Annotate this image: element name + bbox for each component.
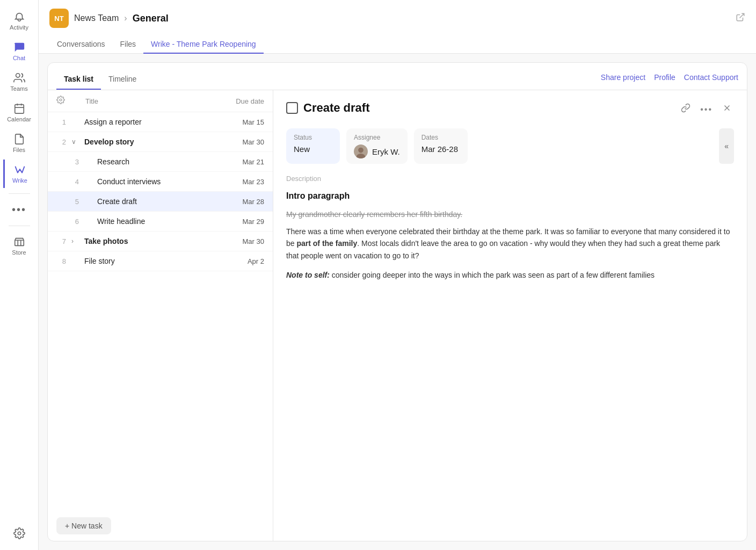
calendar-icon <box>13 103 25 114</box>
link-button[interactable] <box>679 101 693 118</box>
task-detail-panel: Create draft ••• <box>273 90 747 541</box>
status-value: New <box>294 144 332 154</box>
task-settings-icon[interactable] <box>56 96 65 106</box>
col-title-header: Title <box>69 97 217 105</box>
wrike-header: Task list Timeline Share project Profile… <box>48 63 747 90</box>
sidebar-item-settings[interactable] <box>3 523 35 544</box>
assignee-row: Eryk W. <box>354 144 400 158</box>
contact-support-link[interactable]: Contact Support <box>684 73 738 82</box>
svg-line-8 <box>740 13 744 18</box>
tab-conversations[interactable]: Conversations <box>49 35 113 54</box>
profile-link[interactable]: Profile <box>654 73 675 82</box>
svg-rect-1 <box>14 105 24 114</box>
task-list-header: Title Due date <box>48 90 273 112</box>
share-project-link[interactable]: Share project <box>601 73 645 82</box>
sidebar-bottom <box>3 523 35 544</box>
split-content: Title Due date 1 Assign a reporter Mar 1… <box>48 90 747 541</box>
svg-point-9 <box>60 99 62 101</box>
svg-point-0 <box>16 74 19 77</box>
table-row[interactable]: 2 ∨ Develop story Mar 30 <box>48 132 273 152</box>
chat-label: Chat <box>13 55 25 61</box>
svg-point-13 <box>358 148 364 153</box>
close-icon <box>722 103 732 113</box>
sidebar-item-chat[interactable]: Chat <box>3 37 35 66</box>
breadcrumb-chevron: › <box>124 13 127 23</box>
content-area: Task list Timeline Share project Profile… <box>39 54 756 550</box>
task-detail-header: Create draft ••• <box>286 101 734 118</box>
col-date-header: Due date <box>221 97 264 105</box>
calendar-label: Calendar <box>7 116 31 122</box>
sidebar-item-files[interactable]: Files <box>3 129 35 157</box>
wrike-panel: Task list Timeline Share project Profile… <box>47 62 747 541</box>
collapse-panel-button[interactable]: « <box>719 128 734 164</box>
description-heading: Intro paragraph <box>286 189 734 203</box>
assignee-name: Eryk W. <box>372 147 400 156</box>
main-content: NT News Team › General Conversations Fil… <box>39 0 756 550</box>
sidebar-divider-2 <box>9 226 30 226</box>
store-label: Store <box>12 249 26 256</box>
assignee-field[interactable]: Assignee Eryk W. <box>346 128 408 164</box>
dates-field[interactable]: Dates Mar 26-28 <box>414 128 468 164</box>
sidebar: Activity Chat Teams Calendar Files Wrike… <box>0 0 39 550</box>
team-avatar: NT <box>49 9 69 28</box>
wrike-tab-tasklist[interactable]: Task list <box>56 70 101 90</box>
team-name: News Team <box>74 13 119 23</box>
wrike-actions: Share project Profile Contact Support <box>601 73 738 87</box>
wrike-tab-timeline[interactable]: Timeline <box>101 70 144 90</box>
task-meta-fields: Status New Assignee <box>286 128 734 164</box>
sidebar-item-store[interactable]: Store <box>3 231 35 260</box>
description-paragraph-2: Note to self: consider going deeper into… <box>286 269 734 281</box>
chat-icon <box>13 41 25 53</box>
gear-icon <box>13 527 25 539</box>
description-content: Intro paragraph My grandmother clearly r… <box>286 189 734 289</box>
bold-text: part of the family <box>296 239 357 248</box>
task-list: Title Due date 1 Assign a reporter Mar 1… <box>48 90 273 541</box>
table-row[interactable]: 3 Research Mar 21 <box>48 152 273 172</box>
files-icon <box>13 133 25 145</box>
svg-point-7 <box>18 532 21 535</box>
wrike-tabs: Task list Timeline <box>56 70 144 90</box>
dates-label: Dates <box>421 134 460 141</box>
sidebar-item-teams[interactable]: Teams <box>3 68 35 96</box>
new-task-button[interactable]: + New task <box>56 517 111 534</box>
avatar <box>354 144 368 158</box>
dates-value: Mar 26-28 <box>421 144 460 154</box>
task-detail-actions: ••• <box>679 101 734 118</box>
tab-wrike[interactable]: Wrike - Theme Park Reopening <box>143 35 264 54</box>
more-options-button[interactable]: ••• <box>698 102 715 117</box>
ellipsis-icon: ••• <box>700 105 713 114</box>
status-field[interactable]: Status New <box>286 128 340 164</box>
table-row[interactable]: 6 Write headline Mar 29 <box>48 212 273 231</box>
sidebar-item-calendar[interactable]: Calendar <box>3 98 35 127</box>
description-paragraph-1: There was a time when everyone celebrate… <box>286 226 734 262</box>
sidebar-item-more[interactable]: ••• <box>3 199 35 220</box>
table-row[interactable]: 7 › Take photos Mar 30 <box>48 231 273 251</box>
task-type-icon <box>286 102 298 114</box>
wrike-label: Wrike <box>12 177 27 184</box>
table-row[interactable]: 1 Assign a reporter Mar 15 <box>48 112 273 132</box>
table-row[interactable]: 4 Conduct interviews Mar 23 <box>48 172 273 192</box>
status-label: Status <box>294 134 332 141</box>
close-button[interactable] <box>720 101 734 118</box>
avatar-image <box>354 144 368 158</box>
sidebar-item-activity[interactable]: Activity <box>3 6 35 35</box>
link-icon <box>681 103 690 113</box>
more-dots-icon: ••• <box>12 204 26 216</box>
assignee-label: Assignee <box>354 134 400 141</box>
bell-icon <box>13 11 25 23</box>
table-row[interactable]: 5 Create draft Mar 28 <box>48 192 273 212</box>
table-row[interactable]: 8 File story Apr 2 <box>48 251 273 271</box>
sidebar-divider-1 <box>9 193 30 194</box>
channel-name: General <box>133 13 169 24</box>
header-external-btn[interactable] <box>736 12 745 24</box>
sidebar-item-wrike[interactable]: Wrike <box>3 160 35 188</box>
header-top: NT News Team › General <box>49 9 745 28</box>
teams-icon <box>13 72 25 84</box>
header-tabs: Conversations Files Wrike - Theme Park R… <box>49 35 745 53</box>
task-detail-title: Create draft <box>303 101 673 115</box>
strikethrough-text: My grandmother clearly remembers her fif… <box>286 208 734 220</box>
tab-files[interactable]: Files <box>113 35 144 54</box>
activity-label: Activity <box>10 24 28 31</box>
external-link-icon <box>736 12 745 22</box>
task-rows: 1 Assign a reporter Mar 15 2 ∨ Develop s… <box>48 112 273 511</box>
